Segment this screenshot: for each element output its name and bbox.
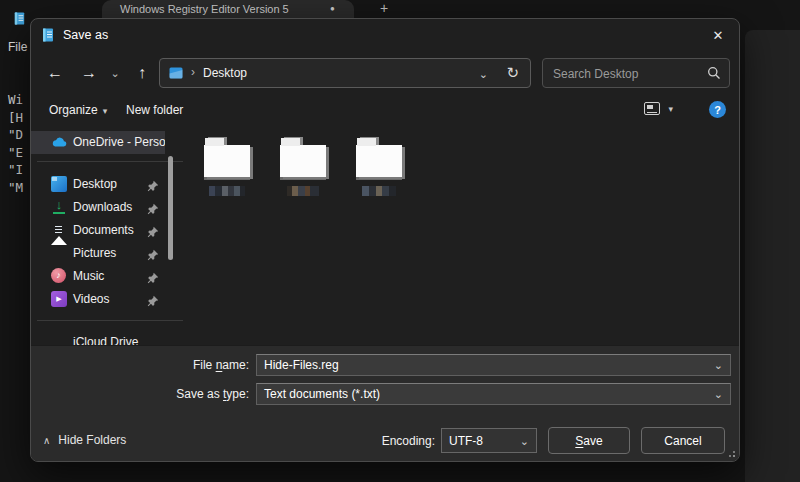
sidebar-item-pictures[interactable]: Pictures xyxy=(31,242,179,265)
save-as-type-value: Text documents (*.txt) xyxy=(264,387,380,401)
refresh-icon[interactable]: ↻ xyxy=(506,64,519,82)
sidebar-item-label: OneDrive - Personal xyxy=(73,135,165,149)
new-tab-button[interactable]: + xyxy=(380,0,388,16)
sidebar-item-onedrive[interactable]: OneDrive - Personal xyxy=(31,131,165,154)
cancel-button[interactable]: Cancel xyxy=(641,427,725,454)
file-name-value: Hide-Files.reg xyxy=(264,358,339,372)
hide-folders-button[interactable]: ∧ Hide Folders xyxy=(43,433,126,447)
sidebar-divider xyxy=(37,320,183,321)
file-name-input[interactable]: Hide-Files.reg ⌄ xyxy=(256,354,731,376)
hide-folders-label: Hide Folders xyxy=(58,433,126,447)
file-name-label: File name: xyxy=(31,358,249,372)
save-as-dialog: Save as ✕ ← → ⌄ ↑ › Desktop ⌄ ↻ Organize… xyxy=(30,18,740,462)
pin-icon xyxy=(147,224,159,242)
onedrive-cloud-icon xyxy=(51,134,67,150)
save-button[interactable]: Save xyxy=(548,427,630,454)
encoding-select[interactable]: UTF-8 ⌄ xyxy=(441,428,537,453)
folder-item-redacted[interactable] xyxy=(201,137,253,196)
pin-icon xyxy=(147,270,159,288)
recent-locations-button[interactable]: ⌄ xyxy=(105,58,125,88)
notepad-body-edge xyxy=(745,30,800,482)
address-bar[interactable]: › Desktop ⌄ ↻ xyxy=(159,58,531,88)
label-text: ame: xyxy=(222,358,249,372)
sidebar-item-music[interactable]: ♪ Music xyxy=(31,265,179,288)
sidebar-item-label: Music xyxy=(73,269,104,283)
organize-button[interactable]: Organize▾ xyxy=(49,103,107,117)
pin-icon xyxy=(147,178,159,196)
chevron-up-icon: ∧ xyxy=(43,435,50,446)
sidebar-item-label: Downloads xyxy=(73,200,132,214)
breadcrumb-location[interactable]: Desktop xyxy=(203,66,247,80)
notepad-tab-title: Windows Registry Editor Version 5 xyxy=(120,3,289,15)
views-button[interactable]: ▾ xyxy=(644,102,673,115)
chevron-down-icon[interactable]: ⌄ xyxy=(714,388,723,401)
help-button[interactable]: ? xyxy=(709,101,726,118)
folder-item-redacted[interactable] xyxy=(353,137,405,196)
close-button[interactable]: ✕ xyxy=(697,19,739,51)
folder-item-redacted[interactable] xyxy=(277,137,329,196)
notepad-icon xyxy=(40,27,56,47)
sidebar-item-label: Documents xyxy=(73,223,134,237)
label-text: ave xyxy=(583,434,602,448)
footer-panel: File name: Hide-Files.reg ⌄ Save as type… xyxy=(31,345,739,461)
music-icon: ♪ xyxy=(51,268,66,283)
pin-icon xyxy=(147,247,159,265)
redacted-label xyxy=(209,186,245,196)
breadcrumb-separator: › xyxy=(191,65,195,79)
notepad-icon xyxy=(12,11,27,30)
desktop-icon xyxy=(51,176,67,192)
label-text: Save as xyxy=(176,387,223,401)
label-text: File xyxy=(193,358,216,372)
sidebar-item-label: Videos xyxy=(73,292,109,306)
sidebar-item-desktop[interactable]: Desktop xyxy=(31,173,179,196)
folder-icon xyxy=(356,145,402,177)
sidebar-item-label: Pictures xyxy=(73,246,116,260)
sidebar-divider xyxy=(37,161,183,162)
search-icon[interactable] xyxy=(707,66,721,84)
sidebar-item-videos[interactable]: ▶ Videos xyxy=(31,288,179,311)
chevron-down-icon[interactable]: ⌄ xyxy=(520,435,529,448)
organize-label: Organize xyxy=(49,103,98,117)
editor-text: Wi [H "D "E "I "M xyxy=(8,91,23,196)
address-dropdown-icon[interactable]: ⌄ xyxy=(479,68,488,81)
screen: Windows Registry Editor Version 5 ● + Fi… xyxy=(0,0,800,482)
chevron-down-icon[interactable]: ⌄ xyxy=(714,359,723,372)
sidebar-item-label: Desktop xyxy=(73,177,117,191)
search-input[interactable] xyxy=(551,60,700,88)
chevron-down-icon: ▾ xyxy=(668,104,673,114)
folder-icon xyxy=(280,145,326,177)
forward-button[interactable]: → xyxy=(75,58,103,88)
back-button[interactable]: ← xyxy=(41,58,69,88)
chevron-down-icon: ▾ xyxy=(103,106,108,116)
dialog-title: Save as xyxy=(63,28,108,42)
save-as-type-select[interactable]: Text documents (*.txt) ⌄ xyxy=(256,383,731,405)
folder-icon xyxy=(204,145,250,177)
sidebar-scrollbar[interactable] xyxy=(168,156,173,260)
videos-icon: ▶ xyxy=(51,291,67,307)
sidebar-item-downloads[interactable]: ↓ Downloads xyxy=(31,196,179,219)
resize-grip[interactable] xyxy=(726,448,736,458)
encoding-label: Encoding: xyxy=(329,434,435,448)
view-mode-icon xyxy=(644,102,660,115)
label-text: ype: xyxy=(226,387,249,401)
notepad-tab[interactable]: Windows Registry Editor Version 5 xyxy=(102,0,354,18)
label-mnemonic: S xyxy=(575,434,583,448)
pin-icon xyxy=(147,293,159,311)
file-menu[interactable]: File xyxy=(8,40,27,54)
downloads-icon: ↓ xyxy=(53,199,65,214)
redacted-label xyxy=(287,186,319,196)
unsaved-dot-icon: ● xyxy=(330,4,335,13)
encoding-value: UTF-8 xyxy=(449,434,483,448)
new-folder-button[interactable]: New folder xyxy=(126,103,183,117)
up-button[interactable]: ↑ xyxy=(129,58,155,88)
save-as-type-label: Save as type: xyxy=(31,387,249,401)
redacted-label xyxy=(362,186,396,196)
desktop-location-icon xyxy=(168,65,184,85)
pin-icon xyxy=(147,201,159,219)
search-box[interactable] xyxy=(542,58,730,88)
